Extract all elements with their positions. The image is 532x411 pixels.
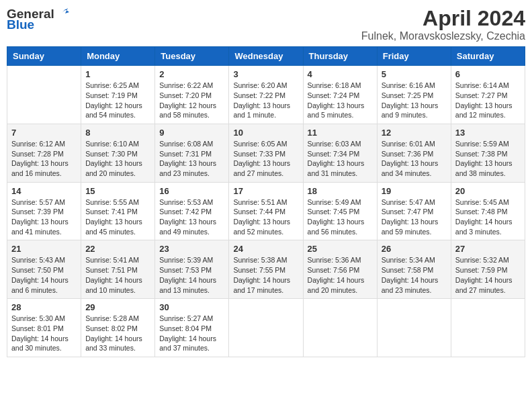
header: General Blue April 2024 Fulnek, Moravsko… — [7, 7, 525, 42]
header-row: SundayMondayTuesdayWednesdayThursdayFrid… — [7, 47, 525, 66]
day-number: 17 — [233, 186, 298, 196]
col-header-wednesday: Wednesday — [229, 47, 303, 66]
day-cell: 9Sunrise: 6:08 AM Sunset: 7:31 PM Daylig… — [155, 124, 229, 182]
day-number: 28 — [11, 302, 77, 312]
day-number: 30 — [159, 302, 224, 312]
day-cell: 23Sunrise: 5:39 AM Sunset: 7:53 PM Dayli… — [155, 240, 229, 299]
day-info: Sunrise: 6:05 AM Sunset: 7:33 PM Dayligh… — [233, 139, 298, 179]
col-header-thursday: Thursday — [303, 47, 377, 66]
day-cell: 16Sunrise: 5:53 AM Sunset: 7:42 PM Dayli… — [155, 182, 229, 240]
day-cell — [377, 299, 451, 357]
day-info: Sunrise: 6:20 AM Sunset: 7:22 PM Dayligh… — [233, 81, 298, 120]
day-cell: 8Sunrise: 6:10 AM Sunset: 7:30 PM Daylig… — [81, 124, 155, 182]
day-number: 14 — [11, 186, 77, 196]
col-header-sunday: Sunday — [7, 47, 81, 66]
day-info: Sunrise: 6:14 AM Sunset: 7:27 PM Dayligh… — [455, 81, 521, 120]
day-info: Sunrise: 6:12 AM Sunset: 7:28 PM Dayligh… — [11, 139, 77, 179]
day-cell: 30Sunrise: 5:27 AM Sunset: 8:04 PM Dayli… — [155, 299, 229, 357]
week-row-3: 14Sunrise: 5:57 AM Sunset: 7:39 PM Dayli… — [7, 182, 525, 240]
day-cell: 6Sunrise: 6:14 AM Sunset: 7:27 PM Daylig… — [451, 66, 525, 124]
day-info: Sunrise: 6:01 AM Sunset: 7:36 PM Dayligh… — [382, 139, 447, 179]
day-info: Sunrise: 5:36 AM Sunset: 7:56 PM Dayligh… — [308, 255, 373, 295]
day-info: Sunrise: 5:47 AM Sunset: 7:47 PM Dayligh… — [382, 197, 447, 237]
day-cell: 12Sunrise: 6:01 AM Sunset: 7:36 PM Dayli… — [377, 124, 451, 182]
day-cell: 28Sunrise: 5:30 AM Sunset: 8:01 PM Dayli… — [7, 299, 81, 357]
day-cell: 19Sunrise: 5:47 AM Sunset: 7:47 PM Dayli… — [377, 182, 451, 240]
day-info: Sunrise: 5:53 AM Sunset: 7:42 PM Dayligh… — [159, 197, 224, 237]
day-number: 6 — [455, 69, 521, 79]
day-number: 18 — [308, 186, 373, 196]
day-cell: 3Sunrise: 6:20 AM Sunset: 7:22 PM Daylig… — [229, 66, 303, 124]
day-info: Sunrise: 5:57 AM Sunset: 7:39 PM Dayligh… — [11, 197, 77, 237]
day-number: 13 — [455, 128, 521, 138]
col-header-tuesday: Tuesday — [155, 47, 229, 66]
day-cell: 25Sunrise: 5:36 AM Sunset: 7:56 PM Dayli… — [303, 240, 377, 299]
col-header-monday: Monday — [81, 47, 155, 66]
day-info: Sunrise: 5:39 AM Sunset: 7:53 PM Dayligh… — [159, 255, 224, 295]
day-number: 2 — [159, 69, 224, 79]
day-cell: 18Sunrise: 5:49 AM Sunset: 7:45 PM Dayli… — [303, 182, 377, 240]
day-number: 27 — [455, 244, 521, 254]
day-info: Sunrise: 5:38 AM Sunset: 7:55 PM Dayligh… — [233, 255, 298, 295]
day-info: Sunrise: 5:34 AM Sunset: 7:58 PM Dayligh… — [382, 255, 447, 295]
day-info: Sunrise: 5:59 AM Sunset: 7:38 PM Dayligh… — [455, 139, 521, 179]
day-info: Sunrise: 6:22 AM Sunset: 7:20 PM Dayligh… — [159, 81, 224, 120]
day-cell: 11Sunrise: 6:03 AM Sunset: 7:34 PM Dayli… — [303, 124, 377, 182]
svg-marker-0 — [58, 8, 69, 16]
title-area: April 2024 Fulnek, Moravskoslezsky, Czec… — [361, 7, 525, 42]
day-info: Sunrise: 5:55 AM Sunset: 7:41 PM Dayligh… — [85, 197, 150, 237]
day-cell: 1Sunrise: 6:25 AM Sunset: 7:19 PM Daylig… — [81, 66, 155, 124]
day-number: 10 — [233, 128, 298, 138]
day-cell: 15Sunrise: 5:55 AM Sunset: 7:41 PM Dayli… — [81, 182, 155, 240]
location-title: Fulnek, Moravskoslezsky, Czechia — [361, 30, 525, 42]
month-title: April 2024 — [361, 7, 525, 30]
day-info: Sunrise: 6:03 AM Sunset: 7:34 PM Dayligh… — [308, 139, 373, 179]
day-info: Sunrise: 6:10 AM Sunset: 7:30 PM Dayligh… — [85, 139, 150, 179]
week-row-5: 28Sunrise: 5:30 AM Sunset: 8:01 PM Dayli… — [7, 299, 525, 357]
day-cell: 24Sunrise: 5:38 AM Sunset: 7:55 PM Dayli… — [229, 240, 303, 299]
col-header-saturday: Saturday — [451, 47, 525, 66]
calendar-table: SundayMondayTuesdayWednesdayThursdayFrid… — [7, 46, 525, 357]
day-cell: 7Sunrise: 6:12 AM Sunset: 7:28 PM Daylig… — [7, 124, 81, 182]
day-cell: 14Sunrise: 5:57 AM Sunset: 7:39 PM Dayli… — [7, 182, 81, 240]
day-info: Sunrise: 6:25 AM Sunset: 7:19 PM Dayligh… — [85, 81, 150, 120]
day-number: 29 — [85, 302, 150, 312]
day-cell — [451, 299, 525, 357]
day-info: Sunrise: 5:32 AM Sunset: 7:59 PM Dayligh… — [455, 255, 521, 295]
day-cell: 4Sunrise: 6:18 AM Sunset: 7:24 PM Daylig… — [303, 66, 377, 124]
day-cell: 2Sunrise: 6:22 AM Sunset: 7:20 PM Daylig… — [155, 66, 229, 124]
day-cell: 17Sunrise: 5:51 AM Sunset: 7:44 PM Dayli… — [229, 182, 303, 240]
day-number: 23 — [159, 244, 224, 254]
day-number: 3 — [233, 69, 298, 79]
day-cell — [303, 299, 377, 357]
day-cell: 21Sunrise: 5:43 AM Sunset: 7:50 PM Dayli… — [7, 240, 81, 299]
day-number: 9 — [159, 128, 224, 138]
week-row-4: 21Sunrise: 5:43 AM Sunset: 7:50 PM Dayli… — [7, 240, 525, 299]
day-cell: 22Sunrise: 5:41 AM Sunset: 7:51 PM Dayli… — [81, 240, 155, 299]
day-info: Sunrise: 5:28 AM Sunset: 8:02 PM Dayligh… — [85, 314, 150, 353]
day-cell: 13Sunrise: 5:59 AM Sunset: 7:38 PM Dayli… — [451, 124, 525, 182]
day-number: 12 — [382, 128, 447, 138]
day-number: 15 — [85, 186, 150, 196]
day-info: Sunrise: 5:43 AM Sunset: 7:50 PM Dayligh… — [11, 255, 77, 295]
day-number: 24 — [233, 244, 298, 254]
day-cell: 29Sunrise: 5:28 AM Sunset: 8:02 PM Dayli… — [81, 299, 155, 357]
day-cell — [7, 66, 81, 124]
day-number: 20 — [455, 186, 521, 196]
day-info: Sunrise: 5:51 AM Sunset: 7:44 PM Dayligh… — [233, 197, 298, 237]
day-info: Sunrise: 5:49 AM Sunset: 7:45 PM Dayligh… — [308, 197, 373, 237]
day-number: 4 — [308, 69, 373, 79]
day-info: Sunrise: 6:18 AM Sunset: 7:24 PM Dayligh… — [308, 81, 373, 120]
day-cell — [229, 299, 303, 357]
logo-bird-icon — [56, 7, 71, 19]
logo: General Blue — [7, 7, 71, 32]
day-cell: 20Sunrise: 5:45 AM Sunset: 7:48 PM Dayli… — [451, 182, 525, 240]
day-number: 19 — [382, 186, 447, 196]
day-number: 25 — [308, 244, 373, 254]
logo-blue: Blue — [7, 17, 34, 32]
day-number: 8 — [85, 128, 150, 138]
week-row-2: 7Sunrise: 6:12 AM Sunset: 7:28 PM Daylig… — [7, 124, 525, 182]
day-number: 1 — [85, 69, 150, 79]
day-cell: 10Sunrise: 6:05 AM Sunset: 7:33 PM Dayli… — [229, 124, 303, 182]
day-info: Sunrise: 6:08 AM Sunset: 7:31 PM Dayligh… — [159, 139, 224, 179]
